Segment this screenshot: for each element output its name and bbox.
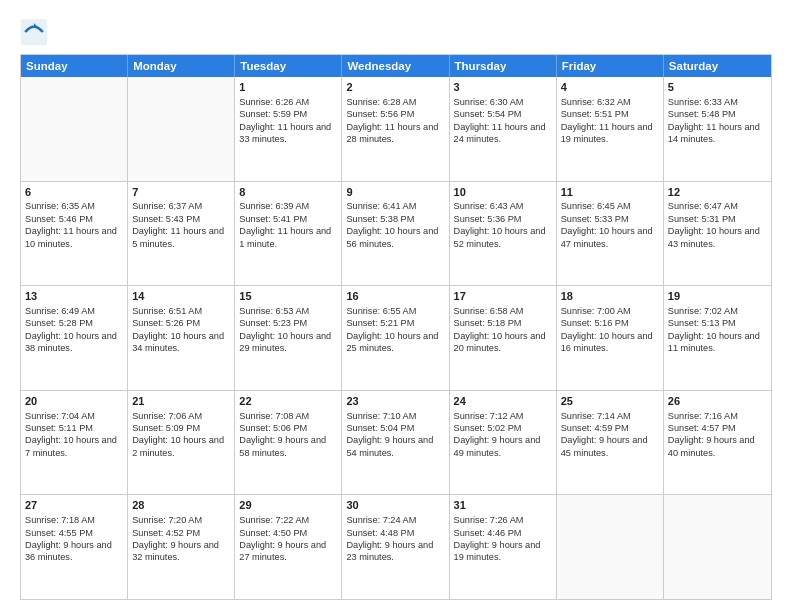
sunset-text: Sunset: 5:33 PM (561, 214, 629, 224)
day-number: 24 (454, 394, 552, 409)
cal-cell: 10Sunrise: 6:43 AMSunset: 5:36 PMDayligh… (450, 182, 557, 286)
sunset-text: Sunset: 5:31 PM (668, 214, 736, 224)
sunset-text: Sunset: 5:11 PM (25, 423, 93, 433)
cal-cell (128, 77, 235, 181)
sunrise-text: Sunrise: 6:28 AM (346, 97, 416, 107)
header-day-monday: Monday (128, 55, 235, 77)
sunrise-text: Sunrise: 7:08 AM (239, 411, 309, 421)
cal-cell: 25Sunrise: 7:14 AMSunset: 4:59 PMDayligh… (557, 391, 664, 495)
cal-cell (557, 495, 664, 599)
sunrise-text: Sunrise: 7:20 AM (132, 515, 202, 525)
day-number: 26 (668, 394, 767, 409)
sunset-text: Sunset: 5:21 PM (346, 318, 414, 328)
sunrise-text: Sunrise: 6:55 AM (346, 306, 416, 316)
header-day-tuesday: Tuesday (235, 55, 342, 77)
sunset-text: Sunset: 5:26 PM (132, 318, 200, 328)
sunset-text: Sunset: 5:59 PM (239, 109, 307, 119)
daylight-text: Daylight: 9 hours and 49 minutes. (454, 435, 541, 457)
sunset-text: Sunset: 4:55 PM (25, 528, 93, 538)
day-number: 1 (239, 80, 337, 95)
sunrise-text: Sunrise: 6:30 AM (454, 97, 524, 107)
sunrise-text: Sunrise: 7:18 AM (25, 515, 95, 525)
day-number: 22 (239, 394, 337, 409)
cal-cell: 28Sunrise: 7:20 AMSunset: 4:52 PMDayligh… (128, 495, 235, 599)
day-number: 2 (346, 80, 444, 95)
cal-cell: 4Sunrise: 6:32 AMSunset: 5:51 PMDaylight… (557, 77, 664, 181)
cal-cell: 15Sunrise: 6:53 AMSunset: 5:23 PMDayligh… (235, 286, 342, 390)
header-day-saturday: Saturday (664, 55, 771, 77)
day-number: 16 (346, 289, 444, 304)
sunset-text: Sunset: 5:38 PM (346, 214, 414, 224)
cal-cell: 5Sunrise: 6:33 AMSunset: 5:48 PMDaylight… (664, 77, 771, 181)
sunrise-text: Sunrise: 6:33 AM (668, 97, 738, 107)
day-number: 15 (239, 289, 337, 304)
daylight-text: Daylight: 10 hours and 38 minutes. (25, 331, 117, 353)
sunrise-text: Sunrise: 6:45 AM (561, 201, 631, 211)
day-number: 7 (132, 185, 230, 200)
header (20, 18, 772, 46)
cal-week-5: 27Sunrise: 7:18 AMSunset: 4:55 PMDayligh… (21, 495, 771, 599)
cal-cell: 12Sunrise: 6:47 AMSunset: 5:31 PMDayligh… (664, 182, 771, 286)
daylight-text: Daylight: 10 hours and 52 minutes. (454, 226, 546, 248)
daylight-text: Daylight: 10 hours and 56 minutes. (346, 226, 438, 248)
cal-cell: 30Sunrise: 7:24 AMSunset: 4:48 PMDayligh… (342, 495, 449, 599)
sunset-text: Sunset: 5:41 PM (239, 214, 307, 224)
cal-cell: 20Sunrise: 7:04 AMSunset: 5:11 PMDayligh… (21, 391, 128, 495)
daylight-text: Daylight: 10 hours and 29 minutes. (239, 331, 331, 353)
sunrise-text: Sunrise: 6:43 AM (454, 201, 524, 211)
sunrise-text: Sunrise: 6:35 AM (25, 201, 95, 211)
day-number: 29 (239, 498, 337, 513)
cal-cell: 17Sunrise: 6:58 AMSunset: 5:18 PMDayligh… (450, 286, 557, 390)
sunset-text: Sunset: 4:48 PM (346, 528, 414, 538)
sunrise-text: Sunrise: 6:51 AM (132, 306, 202, 316)
sunset-text: Sunset: 5:02 PM (454, 423, 522, 433)
sunrise-text: Sunrise: 6:49 AM (25, 306, 95, 316)
calendar-body: 1Sunrise: 6:26 AMSunset: 5:59 PMDaylight… (21, 77, 771, 599)
sunset-text: Sunset: 4:57 PM (668, 423, 736, 433)
day-number: 20 (25, 394, 123, 409)
sunset-text: Sunset: 4:50 PM (239, 528, 307, 538)
daylight-text: Daylight: 11 hours and 28 minutes. (346, 122, 438, 144)
daylight-text: Daylight: 9 hours and 23 minutes. (346, 540, 433, 562)
sunset-text: Sunset: 5:36 PM (454, 214, 522, 224)
cal-week-4: 20Sunrise: 7:04 AMSunset: 5:11 PMDayligh… (21, 391, 771, 496)
sunset-text: Sunset: 4:52 PM (132, 528, 200, 538)
day-number: 4 (561, 80, 659, 95)
sunset-text: Sunset: 5:18 PM (454, 318, 522, 328)
day-number: 10 (454, 185, 552, 200)
day-number: 27 (25, 498, 123, 513)
cal-cell: 9Sunrise: 6:41 AMSunset: 5:38 PMDaylight… (342, 182, 449, 286)
sunrise-text: Sunrise: 7:22 AM (239, 515, 309, 525)
sunrise-text: Sunrise: 6:58 AM (454, 306, 524, 316)
day-number: 5 (668, 80, 767, 95)
header-day-sunday: Sunday (21, 55, 128, 77)
cal-cell: 7Sunrise: 6:37 AMSunset: 5:43 PMDaylight… (128, 182, 235, 286)
cal-cell: 29Sunrise: 7:22 AMSunset: 4:50 PMDayligh… (235, 495, 342, 599)
daylight-text: Daylight: 10 hours and 20 minutes. (454, 331, 546, 353)
sunrise-text: Sunrise: 6:53 AM (239, 306, 309, 316)
cal-cell: 31Sunrise: 7:26 AMSunset: 4:46 PMDayligh… (450, 495, 557, 599)
sunrise-text: Sunrise: 6:32 AM (561, 97, 631, 107)
cal-cell: 13Sunrise: 6:49 AMSunset: 5:28 PMDayligh… (21, 286, 128, 390)
cal-cell: 16Sunrise: 6:55 AMSunset: 5:21 PMDayligh… (342, 286, 449, 390)
svg-rect-0 (21, 19, 47, 45)
sunset-text: Sunset: 5:46 PM (25, 214, 93, 224)
sunset-text: Sunset: 4:46 PM (454, 528, 522, 538)
header-day-thursday: Thursday (450, 55, 557, 77)
day-number: 17 (454, 289, 552, 304)
sunrise-text: Sunrise: 7:00 AM (561, 306, 631, 316)
daylight-text: Daylight: 10 hours and 16 minutes. (561, 331, 653, 353)
sunset-text: Sunset: 5:54 PM (454, 109, 522, 119)
cal-cell: 11Sunrise: 6:45 AMSunset: 5:33 PMDayligh… (557, 182, 664, 286)
cal-cell: 1Sunrise: 6:26 AMSunset: 5:59 PMDaylight… (235, 77, 342, 181)
sunrise-text: Sunrise: 6:26 AM (239, 97, 309, 107)
cal-cell: 27Sunrise: 7:18 AMSunset: 4:55 PMDayligh… (21, 495, 128, 599)
daylight-text: Daylight: 9 hours and 45 minutes. (561, 435, 648, 457)
daylight-text: Daylight: 9 hours and 58 minutes. (239, 435, 326, 457)
sunset-text: Sunset: 5:09 PM (132, 423, 200, 433)
sunset-text: Sunset: 4:59 PM (561, 423, 629, 433)
daylight-text: Daylight: 9 hours and 32 minutes. (132, 540, 219, 562)
daylight-text: Daylight: 10 hours and 47 minutes. (561, 226, 653, 248)
cal-cell: 19Sunrise: 7:02 AMSunset: 5:13 PMDayligh… (664, 286, 771, 390)
logo-icon (20, 18, 48, 46)
